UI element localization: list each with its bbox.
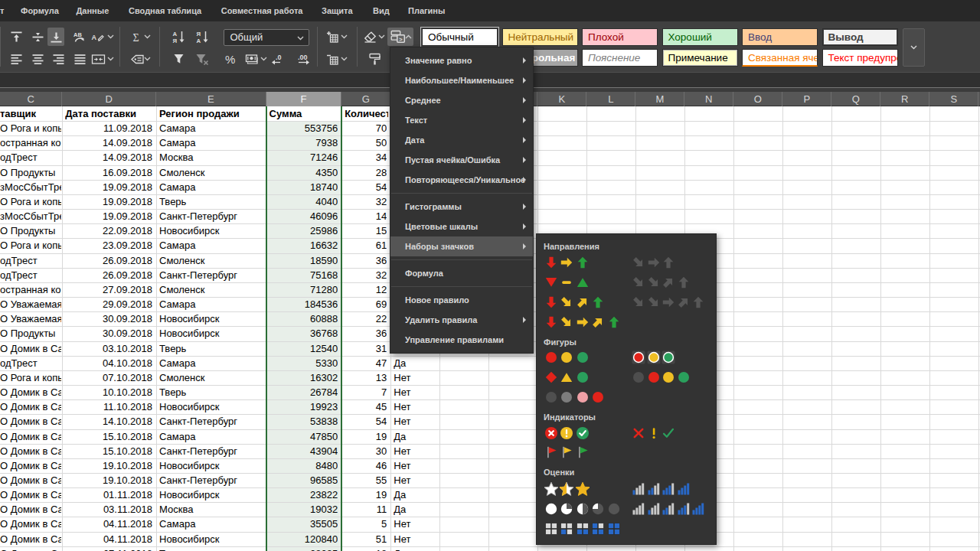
cell-region[interactable]: Смоленск [159,282,263,297]
cell-region[interactable]: Москва [159,150,263,165]
cell-sum[interactable]: 36768 [270,326,338,341]
cell-sum[interactable]: 18590 [270,253,338,268]
cell-qty[interactable]: 61 [345,238,387,253]
cell-qty[interactable]: 7 [345,385,387,399]
cell-qty[interactable]: 36 [345,253,387,268]
cell-flag[interactable]: Да [394,487,436,502]
cell-region[interactable]: Самара [159,517,263,531]
cell-region[interactable]: Новосибирск [159,532,263,546]
cf-menu-item-0[interactable]: Значение равно [390,51,533,70]
cell-date[interactable]: 14.09.2018 [65,135,152,150]
cell-date[interactable]: 27.09.2018 [65,282,152,297]
cell-supplier[interactable]: О Домик в Сад [0,429,61,444]
align-center-button[interactable] [27,50,48,68]
cell-qty[interactable]: 13 [345,370,387,385]
icon-set-option[interactable] [537,272,717,292]
cell-sum[interactable]: 18740 [270,180,338,194]
accounting-style-button[interactable] [243,50,260,68]
cell-date[interactable]: 22.09.2018 [65,223,152,238]
conditional-formatting-button-dropdown-arrow[interactable] [405,28,413,46]
icon-set-option[interactable] [537,387,717,407]
icon-set-option[interactable] [537,312,717,332]
cell-sum[interactable]: 4350 [270,165,338,180]
cell-qty[interactable]: 32 [345,268,387,282]
cell-qty[interactable]: 36 [345,326,387,341]
cell-supplier[interactable]: одТрест [0,253,61,268]
cell-supplier[interactable]: одТрест [0,150,61,165]
cell-sum[interactable]: 47850 [270,429,338,444]
cell-sum[interactable]: 46096 [270,209,338,223]
sort-ascending-button[interactable]: АЯ [168,28,189,46]
cell-header-sum[interactable]: Сумма [270,106,339,121]
cell-header-date[interactable]: Дата поставки [65,106,153,121]
cell-region[interactable]: Тверь [159,194,263,209]
cell-date[interactable]: 15.10.2018 [65,429,152,444]
cell-region[interactable]: Тверь [159,385,263,399]
cell-style-row1-1[interactable]: Нейтральный [502,28,578,46]
cell-flag[interactable]: Нет [394,532,436,546]
cf-menu-item-10[interactable]: Наборы значков [390,236,533,256]
cell-qty[interactable]: 51 [345,532,387,546]
cell-region[interactable]: Смоленск [159,165,263,180]
icon-set-option[interactable] [537,442,717,462]
align-left-button[interactable] [5,50,27,68]
cell-sum[interactable]: 184536 [270,297,338,311]
increase-decimal-button[interactable]: .00 [292,50,314,68]
cf-menu-item-14[interactable]: Новое правило [390,290,533,310]
merge-cells-button-dropdown-arrow[interactable] [107,50,115,68]
decrease-decimal-button[interactable]: .0 [268,50,288,68]
vertical-align-bottom-button[interactable] [47,28,64,46]
cell-qty[interactable]: 54 [345,414,387,429]
cell-qty[interactable]: 11 [345,502,387,517]
cell-qty[interactable]: 32 [345,194,387,209]
cell-supplier[interactable]: О Домик в Сад [0,532,61,546]
column-header-G[interactable]: G [341,92,390,106]
cell-region[interactable]: Самара [159,429,263,444]
cf-menu-item-2[interactable]: Среднее [390,90,533,110]
cell-qty[interactable]: 55 [345,473,387,487]
cell-region[interactable]: Санкт-Петербург [159,209,263,223]
cell-sum[interactable]: 7938 [270,135,338,150]
cell-date[interactable]: 03.10.2018 [65,341,152,356]
cell-region[interactable]: Санкт-Петербург [159,444,263,458]
cell-sum[interactable]: 25986 [270,223,338,238]
cell-region[interactable]: Санкт-Петербург [159,414,263,429]
menu-tab-6[interactable]: Плагины [408,0,445,21]
cell-date[interactable]: 15.10.2018 [65,444,152,458]
format-painter-button[interactable] [366,50,383,68]
icon-set-option[interactable] [537,367,717,387]
cell-date[interactable]: 10.10.2018 [65,385,152,399]
cell-region[interactable]: Смоленск [159,370,263,385]
cell-supplier[interactable]: О Домик в Сад [0,502,61,517]
clear-button-dropdown-arrow[interactable] [378,28,386,46]
column-header-D[interactable]: D [62,92,156,106]
cell-region[interactable]: Смоленск [159,253,263,268]
cell-region[interactable]: Самара [159,180,263,194]
accounting-style-button-dropdown-arrow[interactable] [260,50,268,68]
cell-supplier[interactable]: остранная ком [0,282,61,297]
cell-sum[interactable]: 26784 [270,385,338,399]
cell-supplier[interactable]: О Домик в Сад [0,385,61,399]
cell-qty[interactable]: 5 [345,517,387,531]
cell-sum[interactable]: 12540 [270,341,338,356]
column-header-N[interactable]: N [684,92,733,106]
menu-tab-4[interactable]: Защита [322,0,353,21]
styles-gallery-expand-button[interactable] [903,28,925,67]
cell-flag[interactable]: Нет [394,458,436,473]
cell-region[interactable]: Самара [159,297,263,311]
cell-qty[interactable]: 15 [345,223,387,238]
cell-date[interactable]: 26.09.2018 [65,253,152,268]
cf-menu-item-9[interactable]: Цветовые шкалы [390,217,533,236]
cf-menu-item-8[interactable]: Гистограммы [390,197,533,217]
cell-supplier[interactable]: О Домик в Сад [0,458,61,473]
cell-supplier[interactable]: О Рога и копы [0,194,61,209]
cell-flag[interactable]: Да [394,429,436,444]
cell-supplier[interactable]: О Домик в Сад [0,473,61,487]
cell-flag[interactable]: Нет [394,444,436,458]
cell-sum[interactable]: 28385 [270,546,338,551]
cell-sum[interactable]: 53838 [270,414,338,429]
cell-qty[interactable]: 45 [345,399,387,414]
icon-set-option[interactable] [537,347,717,367]
cell-date[interactable]: 07.10.2018 [65,370,152,385]
cell-region[interactable]: Новосибирск [159,487,263,502]
